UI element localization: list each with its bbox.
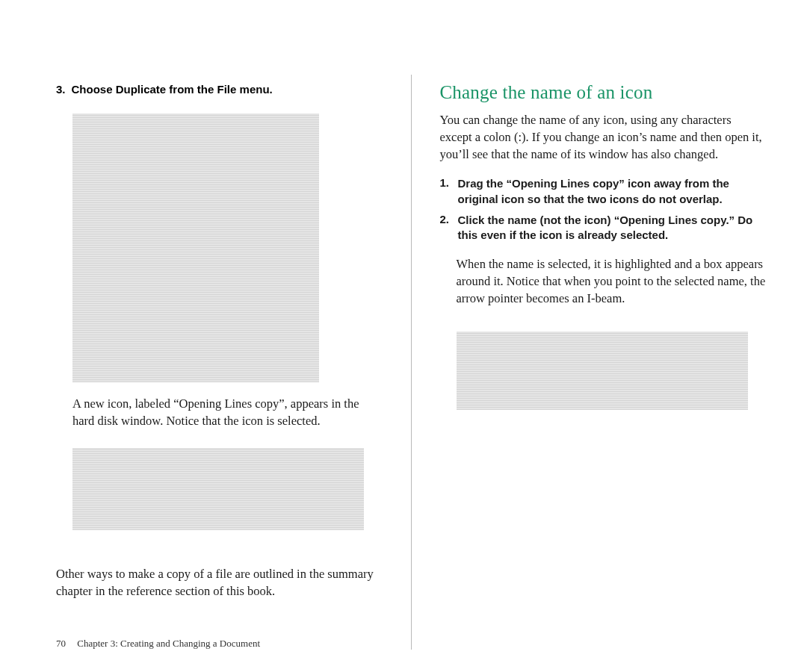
placeholder-image-icon (72, 113, 319, 382)
page: 3. Choose Duplicate from the File menu. … (0, 0, 807, 672)
placeholder-image-icon (72, 448, 364, 530)
step-3-number: 3. (56, 82, 66, 97)
step-2: 2. Click the name (not the icon) “Openin… (440, 213, 767, 243)
step-3: 3. Choose Duplicate from the File menu. (56, 82, 383, 97)
screenshot-placeholder-small-right (457, 332, 748, 410)
after-steps-paragraph: When the name is selected, it is highlig… (440, 256, 767, 307)
left-body-after-image: A new icon, labeled “Opening Lines copy”… (56, 396, 383, 430)
left-closing-paragraph: Other ways to make a copy of a file are … (56, 566, 383, 600)
step-1: 1. Drag the “Opening Lines copy” icon aw… (440, 176, 767, 207)
page-number: 70 (56, 638, 66, 649)
placeholder-image-icon (457, 332, 748, 410)
right-column: Change the name of an icon You can chang… (440, 82, 767, 642)
step-2-number: 2. (440, 213, 452, 243)
left-column: 3. Choose Duplicate from the File menu. … (56, 82, 383, 642)
screenshot-placeholder-small-left (72, 448, 364, 530)
step-1-number: 1. (440, 176, 452, 207)
step-2-text: Click the name (not the icon) “Opening L… (458, 213, 767, 243)
step-3-text: Choose Duplicate from the File menu. (72, 82, 273, 97)
step-1-text: Drag the “Opening Lines copy” icon away … (458, 176, 767, 207)
chapter-label: Chapter 3: Creating and Changing a Docum… (77, 638, 260, 649)
ordered-steps: 1. Drag the “Opening Lines copy” icon aw… (440, 176, 767, 249)
screenshot-placeholder-large (72, 113, 319, 382)
section-heading: Change the name of an icon (440, 82, 767, 103)
page-footer: 70 Chapter 3: Creating and Changing a Do… (56, 638, 260, 650)
intro-paragraph: You can change the name of any icon, usi… (440, 112, 767, 163)
column-divider (411, 75, 412, 650)
